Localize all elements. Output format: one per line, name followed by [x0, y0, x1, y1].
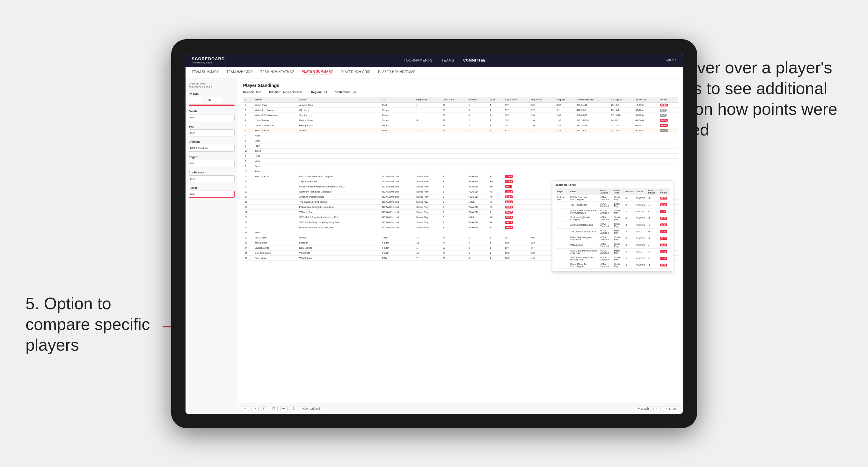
- filter-division-label: Division:: [269, 91, 281, 94]
- year-select[interactable]: (All): [189, 129, 235, 136]
- tooltip-points-badge[interactable]: 56.18: [660, 257, 667, 260]
- no-rds-min-input[interactable]: [189, 97, 203, 103]
- tooltip-row: Fallen Oak Collegiate InvitationalNCAA D…: [556, 235, 670, 242]
- view-original-label: View: Original: [302, 407, 320, 410]
- copy-button[interactable]: ⎘: [261, 406, 267, 411]
- tooltip-popup: Jackson Koivu Player Event Event Divisio…: [552, 180, 673, 272]
- points-badge[interactable]: 25.36: [505, 216, 513, 219]
- sub-nav-player-h2h-grid[interactable]: PLAYER H2H GRID: [341, 70, 371, 75]
- tth-division: Event Division: [598, 188, 613, 195]
- tooltip-row: Amer An IntercollegiateNCAA Division ISt…: [556, 222, 670, 228]
- tooltip-points-badge[interactable]: 22.64: [660, 197, 667, 199]
- filter-conference-value: All: [353, 91, 356, 94]
- nav-teams[interactable]: TEAMS: [441, 58, 454, 62]
- table-row: 2Michael La SassoOle MissSecond1180167.1…: [243, 107, 678, 113]
- more-button[interactable]: •••: [280, 406, 287, 411]
- points-badge[interactable]: 16.50: [505, 206, 513, 209]
- paste-button[interactable]: 📋: [270, 406, 278, 411]
- player-select[interactable]: (All): [189, 191, 235, 198]
- sub-nav-team-summary[interactable]: TEAM SUMMARY: [192, 70, 219, 75]
- tooltip-points-badge[interactable]: 66.40: [660, 263, 667, 267]
- tooltip-row: Southern Highlands CollegiateNCAA Divisi…: [556, 215, 670, 222]
- sub-nav-player-h2h-heatmap[interactable]: PLAYER H2H HEATMAP: [378, 70, 415, 75]
- tooltip-points-badge[interactable]: 30.47: [660, 244, 667, 246]
- points-badge[interactable]: 76.3: [660, 109, 667, 112]
- sidebar-conference: Conference (All): [189, 171, 235, 182]
- th-to-par: Avg to-Par: [529, 97, 555, 103]
- logo-area: SCOREBOARD Powered by clippi: [192, 56, 225, 64]
- tooltip-header: Jackson Koivu: [556, 183, 670, 186]
- tooltip-points-badge[interactable]: 24.11: [660, 230, 667, 233]
- nav-tournaments[interactable]: TOURNAMENTS: [404, 58, 433, 62]
- conference-select[interactable]: (All): [189, 175, 235, 182]
- filter-division-value: NCAA Division I: [283, 91, 304, 94]
- points-badge[interactable]: 80.89: [660, 124, 668, 127]
- no-rds-slider[interactable]: [189, 104, 235, 106]
- th-rank: #: [243, 97, 253, 103]
- points-badge[interactable]: 80.34: [660, 119, 668, 122]
- logo-text: SCOREBOARD: [192, 56, 225, 61]
- table-row: 4Luke ClantonFlorida StateSecond5272168.…: [243, 118, 678, 123]
- th-reg-rank: Reg Rank: [415, 97, 441, 103]
- th-school: School: [298, 97, 381, 103]
- sidebar-player: Player (All): [189, 186, 235, 198]
- tooltip-points-badge[interactable]: 60.7: [660, 210, 666, 213]
- tooltip-points-badge[interactable]: 73.23: [660, 217, 667, 220]
- clock-button[interactable]: ⏱: [290, 406, 298, 411]
- top-nav: SCOREBOARD Powered by clippi TOURNAMENTS…: [186, 54, 683, 67]
- sidebar: Update time: 27/01/2024 16:56:26 No Rds.…: [186, 79, 238, 414]
- table-header: # Player School Yr Reg Rank Conf Rank No…: [243, 97, 678, 103]
- points-badge[interactable]: 66.40: [505, 226, 513, 229]
- division-select[interactable]: NCAA Division I: [189, 145, 235, 152]
- table-row: 10Jacob: [243, 148, 678, 153]
- sidebar-year: Year (All): [189, 125, 235, 136]
- tth-points: W Points: [659, 188, 670, 195]
- filter-gender: Gender: Men: [243, 91, 262, 94]
- points-badge[interactable]: 70.2: [660, 114, 667, 117]
- update-time-label: Update time:: [189, 82, 235, 85]
- sub-nav-player-summary[interactable]: PLAYER SUMMARY: [302, 70, 333, 75]
- th-yr: Yr: [381, 97, 415, 103]
- main-nav: TOURNAMENTS TEAMS COMMITTEE: [404, 58, 486, 62]
- points-badge[interactable]: 60.7: [505, 185, 512, 188]
- sign-out-button[interactable]: Sign out: [664, 58, 676, 62]
- tooltip-points-badge[interactable]: 16.50: [660, 237, 667, 240]
- redo-button[interactable]: ↪: [251, 406, 258, 411]
- outer-wrapper: 4. Hover over a player's points to see a…: [0, 0, 868, 467]
- main-content: Update time: 27/01/2024 16:56:26 No Rds.…: [186, 79, 683, 414]
- sidebar-division: Division NCAA Division I: [189, 140, 235, 152]
- no-rds-max-input[interactable]: [207, 97, 221, 103]
- points-badge[interactable]: 67.57: [505, 195, 513, 198]
- sidebar-update-time: Update time: 27/01/2024 16:56:26: [189, 82, 235, 89]
- gender-select[interactable]: Men Women: [189, 114, 235, 121]
- points-badge[interactable]: 24.11: [505, 200, 513, 204]
- points-badge[interactable]: 56.18: [505, 221, 513, 224]
- nav-committee[interactable]: COMMITTEE: [463, 58, 486, 62]
- table-row: 6Jackson KoivuAuburnFirst2271187.5-22.72…: [243, 128, 678, 133]
- view-original-button[interactable]: View: Original: [300, 406, 322, 411]
- points-badge[interactable]: 30.47: [505, 211, 513, 214]
- region-select[interactable]: N/A: [189, 160, 235, 167]
- tooltip-points-badge[interactable]: 53.60: [660, 204, 667, 206]
- points-badge[interactable]: 53.60: [505, 180, 513, 183]
- sub-nav-team-h2h-grid[interactable]: TEAM H2H GRID: [227, 70, 253, 75]
- points-badge[interactable]: 73.23: [505, 190, 513, 193]
- table-row: 9Prest: [243, 143, 678, 148]
- sub-nav-team-h2h-heatmap[interactable]: TEAM H2H HEATMAP: [260, 70, 294, 75]
- tth-rank-impact: Rank Impact: [646, 188, 658, 195]
- tth-status: Status: [635, 188, 646, 195]
- watch-button[interactable]: 👁 Watch: [635, 406, 651, 411]
- points-badge[interactable]: 68.18: [660, 129, 668, 132]
- tooltip-table: Player Event Event Division Event Type R…: [556, 188, 670, 269]
- slider-fill: [189, 104, 235, 106]
- share-button[interactable]: ↗ Share: [663, 406, 679, 411]
- points-badge[interactable]: 22.64: [505, 175, 513, 178]
- tooltip-points-badge[interactable]: 25.36: [660, 250, 667, 253]
- undo-button[interactable]: ↩: [242, 406, 249, 411]
- download-button[interactable]: ⬇: [653, 406, 660, 411]
- table-row: 10Jacob: [243, 168, 678, 174]
- points-badge[interactable]: 80.22: [660, 103, 668, 106]
- region-label: Region: [189, 156, 235, 159]
- tooltip-points-badge[interactable]: 67.57: [660, 223, 667, 226]
- bottom-toolbar: ↩ ↪ ⎘ 📋 ••• ⏱ View: Original 👁 Watch: [238, 404, 683, 414]
